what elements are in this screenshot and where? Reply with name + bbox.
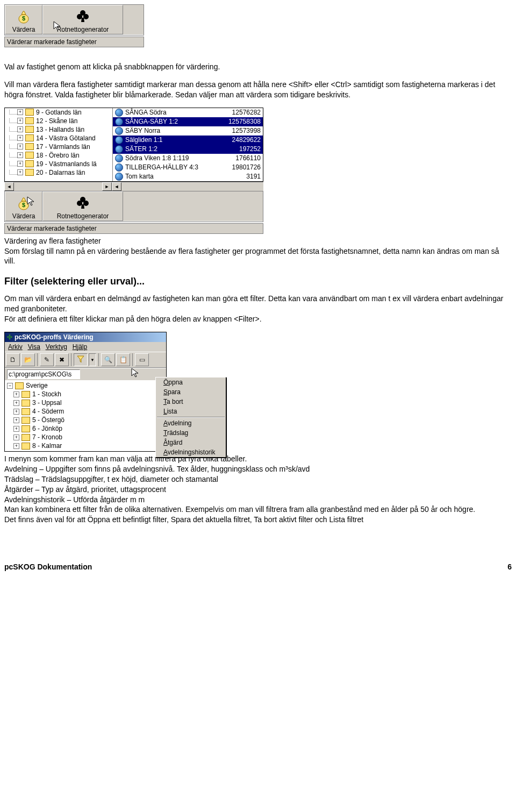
list-item[interactable]: TILLBERGA-HÄLLBY 4:319801726 — [113, 163, 263, 172]
open-folder-button[interactable]: 📂 — [21, 353, 35, 366]
tree-item[interactable]: +6 - Jönköp — [6, 424, 165, 433]
menu-option[interactable]: Trädslag — [156, 428, 226, 438]
properties-button[interactable]: 📋 — [116, 353, 130, 366]
tree-item[interactable]: +13 - Hallands län — [5, 125, 112, 134]
list-h-scrollbar[interactable]: ◄ — [112, 182, 263, 191]
item-name: Tom karta — [125, 173, 246, 180]
tree-item[interactable]: +1 - Stockh — [6, 390, 165, 398]
scroll-right-icon[interactable]: ► — [102, 182, 112, 191]
folder-icon — [25, 169, 34, 176]
window-title: pcSKOG-proffs Värdering — [15, 333, 94, 341]
expand-icon[interactable]: + — [17, 135, 23, 141]
tree-item[interactable]: +12 - Skåne län — [5, 117, 112, 125]
tree-item[interactable]: +17 - Värmlands län — [5, 143, 112, 151]
expand-icon[interactable]: + — [17, 152, 23, 158]
tree-h-scrollbar[interactable]: ◄ ► — [4, 182, 112, 191]
paragraph-4: Om man vill värdera enbart en delmängd a… — [4, 294, 512, 324]
tree-item[interactable]: +3 - Uppsal — [6, 398, 165, 407]
menu-option[interactable]: Spara — [156, 387, 226, 397]
menu-bar[interactable]: ArkivVisaVerktygHjälp — [5, 342, 166, 352]
item-value: 12576282 — [232, 109, 261, 116]
delete-button[interactable]: ✖ — [55, 353, 69, 366]
tree-item[interactable]: +19 - Västmanlands lä — [5, 160, 112, 168]
folder-icon — [22, 434, 30, 441]
menu-option[interactable]: Lista — [156, 407, 226, 416]
expand-icon[interactable]: + — [13, 409, 19, 415]
expand-icon[interactable]: + — [17, 109, 23, 115]
item-value: 12573998 — [232, 127, 261, 134]
item-name: SÄTER 1:2 — [125, 145, 239, 153]
pencil-icon: ✎ — [44, 356, 49, 364]
rotnetto-label: Rotnettogenerator — [57, 26, 109, 33]
menu-hjälp[interactable]: Hjälp — [73, 343, 87, 351]
menu-option[interactable]: Ta bort — [156, 397, 226, 407]
item-name: SÄBY Norra — [125, 127, 232, 134]
expand-icon[interactable]: + — [17, 118, 23, 124]
property-list[interactable]: SÅNGA Södra12576282SÅNGA-SÄBY 1:21257583… — [113, 108, 263, 181]
item-value: 24829622 — [232, 136, 261, 144]
search-button[interactable]: 🔍 — [101, 353, 115, 366]
status-text: Värderar markerade fastigheter — [4, 37, 144, 47]
scroll-left-icon[interactable]: ◄ — [112, 182, 121, 191]
expand-icon[interactable]: + — [17, 144, 23, 149]
list-item[interactable]: SÄTER 1:2197252 — [113, 145, 263, 154]
cursor-icon — [53, 20, 63, 31]
tree-item[interactable]: +20 - Dalarnas län — [5, 168, 112, 177]
menu-option[interactable]: Avdelningshistorik — [156, 447, 226, 457]
expand-icon[interactable]: + — [13, 435, 19, 440]
item-name: TILLBERGA-HÄLLBY 4:3 — [125, 163, 232, 171]
folder-icon — [25, 109, 34, 116]
tree-item[interactable]: +8 - Kalmar — [6, 441, 165, 450]
expand-icon[interactable]: + — [17, 169, 23, 175]
tree-item[interactable]: +18 - Örebro län — [5, 151, 112, 160]
globe-icon — [115, 145, 123, 153]
tree-item[interactable]: +14 - Västra Götaland — [5, 134, 112, 143]
region-tree[interactable]: − Sverige +1 - Stockh+3 - Uppsal+4 - Söd… — [5, 380, 166, 451]
filter-dropdown-button[interactable]: ▼ — [89, 353, 96, 366]
expand-icon[interactable]: + — [17, 126, 23, 132]
cursor-icon — [26, 196, 37, 206]
expand-icon[interactable]: + — [13, 426, 19, 432]
tree-item[interactable]: +5 - Östergö — [6, 416, 165, 424]
item-value: 19801726 — [232, 163, 261, 171]
rotnetto-button[interactable]: Rotnettogenerator — [42, 191, 123, 221]
menu-verktyg[interactable]: Verktyg — [46, 343, 67, 351]
expand-icon[interactable]: + — [13, 400, 19, 406]
tool-button-1[interactable]: ✎ — [40, 353, 54, 366]
scroll-left-icon[interactable]: ◄ — [4, 182, 14, 191]
filter-button[interactable] — [74, 353, 88, 366]
list-item[interactable]: Sälgliden 1:124829622 — [113, 136, 263, 145]
list-item[interactable]: Tom karta3191 — [113, 172, 263, 181]
svg-point-4 — [83, 14, 89, 19]
footer-title: pcSKOG Dokumentation — [4, 562, 92, 571]
list-item[interactable]: SÅNGA Södra12576282 — [113, 108, 263, 117]
list-item[interactable]: SÄBY Norra12573998 — [113, 126, 263, 136]
expand-icon[interactable]: + — [13, 391, 19, 397]
globe-icon — [115, 127, 123, 135]
menu-arkiv[interactable]: Arkiv — [8, 343, 23, 351]
globe-icon — [115, 118, 123, 126]
menu-visa[interactable]: Visa — [28, 343, 40, 351]
tree-item[interactable]: +9 - Gotlands län — [5, 108, 112, 117]
menu-option[interactable]: Åtgärd — [156, 438, 226, 447]
app-icon: ✣ — [7, 333, 12, 341]
menu-option[interactable]: Avdelning — [156, 418, 226, 428]
tree-item[interactable]: +4 - Söderm — [6, 407, 165, 416]
tree-item[interactable]: +7 - Kronob — [6, 433, 165, 441]
menu-option[interactable]: Öppna — [156, 377, 226, 387]
folder-icon — [25, 134, 34, 141]
expand-icon[interactable]: + — [13, 443, 19, 449]
item-value: 125758308 — [228, 118, 261, 125]
rotnetto-label: Rotnettogenerator — [57, 212, 109, 220]
list-item[interactable]: Södra Viken 1:8 1:1191766110 — [113, 154, 263, 163]
tool-button-2[interactable]: ▭ — [135, 353, 149, 366]
collapse-icon[interactable]: − — [7, 383, 13, 389]
tree-label: 5 - Östergö — [32, 416, 64, 424]
new-file-button[interactable]: 🗋 — [6, 353, 20, 366]
vardera-button[interactable]: $ Värdera — [5, 5, 42, 34]
path-input[interactable] — [7, 369, 80, 379]
expand-icon[interactable]: + — [17, 161, 23, 167]
expand-icon[interactable]: + — [13, 417, 19, 423]
county-tree[interactable]: +9 - Gotlands län+12 - Skåne län+13 - Ha… — [5, 108, 113, 181]
list-item[interactable]: SÅNGA-SÄBY 1:2125758308 — [113, 117, 263, 126]
